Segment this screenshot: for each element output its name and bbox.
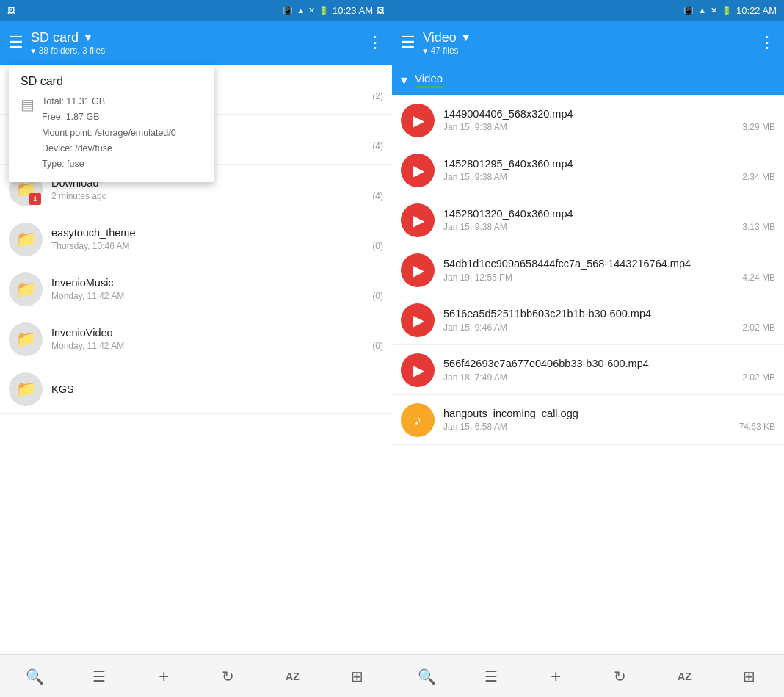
left-dropdown-arrow[interactable]: ▼ xyxy=(83,32,93,43)
folder-icon: 📁 xyxy=(9,372,43,406)
signal-icon: ▲ xyxy=(297,6,305,15)
file-date: Jan 15, 9:38 AM xyxy=(443,172,507,182)
right-title: Video xyxy=(423,30,457,46)
section-chevron-down-icon[interactable]: ▾ xyxy=(401,72,407,88)
file-count: (0) xyxy=(372,291,383,301)
file-meta: Monday, 11:42 AM (0) xyxy=(51,291,383,301)
file-meta: Jan 15, 9:46 AM 2.02 MB xyxy=(443,322,775,333)
video-play-icon: ▶ xyxy=(401,154,435,187)
file-count: (2) xyxy=(372,91,383,101)
list-item[interactable]: ▶ 1449004406_568x320.mp4 Jan 15, 9:38 AM… xyxy=(392,95,784,145)
file-info: InvenioVideo Monday, 11:42 AM (0) xyxy=(51,327,383,351)
right-search-button[interactable]: 🔍 xyxy=(411,660,443,693)
list-item[interactable]: 📁 InvenioVideo Monday, 11:42 AM (0) xyxy=(0,314,392,364)
left-app-bar: ☰ SD card ▼ ♥ 38 folders, 3 files ⋮ xyxy=(0,21,392,65)
list-item[interactable]: ▶ 1452801295_640x360.mp4 Jan 15, 9:38 AM… xyxy=(392,145,784,195)
popup-mount: Mount point: /storage/emulated/0 xyxy=(42,126,176,141)
right-sort-button[interactable]: AZ xyxy=(668,660,700,693)
file-meta: 2 minutes ago (4) xyxy=(51,191,383,201)
sort-az-icon: AZ xyxy=(286,671,300,682)
right-subtitle: ♥ 47 files xyxy=(423,46,752,56)
r-signal-icon: ▲ xyxy=(698,6,706,15)
file-size: 2.02 MB xyxy=(742,322,775,333)
file-info: 5616ea5d52511bb603c21b1b-b30-600.mp4 Jan… xyxy=(443,307,775,333)
vibrate-icon: 📳 xyxy=(283,6,293,15)
left-menu-icon[interactable]: ☰ xyxy=(9,35,23,51)
folder-icon: 📁 xyxy=(9,272,43,306)
file-info: KGS xyxy=(51,383,383,395)
wifi-off-icon: ✕ xyxy=(308,6,315,15)
file-date: 2 minutes ago xyxy=(51,191,106,201)
left-select-button[interactable]: ⊞ xyxy=(341,660,373,693)
left-subtitle: ♥ 38 folders, 3 files xyxy=(31,46,360,56)
right-refresh-button[interactable]: ↻ xyxy=(604,660,636,693)
video-play-icon: ▶ xyxy=(401,303,435,337)
file-info: hangouts_incoming_call.ogg Jan 15, 6:58 … xyxy=(443,408,775,432)
file-date: Jan 15, 9:46 AM xyxy=(443,322,507,333)
left-title-row: SD card ▼ xyxy=(31,30,360,46)
file-date: Jan 18, 7:49 AM xyxy=(443,372,507,383)
file-name: 1449004406_568x320.mp4 xyxy=(443,108,775,120)
left-heart-icon: ♥ xyxy=(31,46,36,55)
right-panel: 📳 ▲ ✕ 🔋 10:22 AM ☰ Video ▼ ♥ 47 files ⋮ … xyxy=(392,0,784,697)
left-search-button[interactable]: 🔍 xyxy=(19,660,51,693)
storage-icon: ▤ xyxy=(21,95,35,113)
left-refresh-button[interactable]: ↻ xyxy=(212,660,244,693)
list-item[interactable]: ▶ 1452801320_640x360.mp4 Jan 15, 9:38 AM… xyxy=(392,195,784,245)
file-date: Thursday, 10:46 AM xyxy=(51,241,130,251)
refresh-icon: ↻ xyxy=(222,668,234,685)
battery-icon: 🔋 xyxy=(319,6,329,15)
select-all-icon: ⊞ xyxy=(743,668,755,685)
file-count: (4) xyxy=(372,191,383,201)
left-more-icon[interactable]: ⋮ xyxy=(367,33,383,52)
file-info: 1449004406_568x320.mp4 Jan 15, 9:38 AM 3… xyxy=(443,108,775,132)
right-select-button[interactable]: ⊞ xyxy=(733,660,765,693)
list-item[interactable]: ▶ 566f42693e7a677e0406bb33-b30-600.mp4 J… xyxy=(392,345,784,395)
popup-free: Free: 1.87 GB xyxy=(42,109,176,125)
file-meta: Thursday, 10:46 AM (0) xyxy=(51,241,383,251)
list-item[interactable]: ♪ hangouts_incoming_call.ogg Jan 15, 6:5… xyxy=(392,395,784,445)
file-meta: Jan 18, 7:49 AM 2.02 MB xyxy=(443,372,775,383)
file-info: easytouch_theme Thursday, 10:46 AM (0) xyxy=(51,227,383,251)
file-count: (0) xyxy=(372,241,383,251)
left-time: 10:23 AM xyxy=(333,5,373,16)
right-list-button[interactable]: ☰ xyxy=(475,660,507,693)
right-file-list: ▶ 1449004406_568x320.mp4 Jan 15, 9:38 AM… xyxy=(392,95,784,654)
right-dropdown-arrow[interactable]: ▼ xyxy=(461,32,471,43)
audio-icon: ♪ xyxy=(401,403,435,437)
file-name: 5616ea5d52511bb603c21b1b-b30-600.mp4 xyxy=(443,307,775,321)
right-menu-icon[interactable]: ☰ xyxy=(401,35,415,51)
list-item[interactable]: 📁 InvenioMusic Monday, 11:42 AM (0) xyxy=(0,264,392,314)
file-name: 54db1d1ec909a658444fcc7a_568-1443216764.… xyxy=(443,257,775,271)
file-name: InvenioMusic xyxy=(51,277,383,289)
video-play-icon: ▶ xyxy=(401,104,435,137)
list-item[interactable]: ▶ 54db1d1ec909a658444fcc7a_568-144321676… xyxy=(392,245,784,295)
file-date: Monday, 11:42 AM xyxy=(51,341,124,351)
list-item[interactable]: 📁 easytouch_theme Thursday, 10:46 AM (0) xyxy=(0,214,392,264)
list-item[interactable]: 📁 KGS xyxy=(0,364,392,414)
file-name: KGS xyxy=(51,383,383,395)
popup-type: Type: fuse xyxy=(42,156,176,172)
left-title-area: SD card ▼ ♥ 38 folders, 3 files xyxy=(31,30,360,56)
left-list-button[interactable]: ☰ xyxy=(83,660,115,693)
right-heart-icon: ♥ xyxy=(423,46,428,55)
left-add-button[interactable]: + xyxy=(148,660,180,693)
file-date: Jan 15, 6:58 AM xyxy=(443,422,507,432)
list-icon: ☰ xyxy=(92,668,106,685)
video-play-icon: ▶ xyxy=(401,253,435,287)
list-icon: ☰ xyxy=(484,668,498,685)
right-more-icon[interactable]: ⋮ xyxy=(759,33,775,52)
folder-icon: 📁 xyxy=(9,223,43,256)
file-info: 566f42693e7a677e0406bb33-b30-600.mp4 Jan… xyxy=(443,357,775,383)
select-all-icon: ⊞ xyxy=(351,668,363,685)
file-meta: Jan 15, 9:38 AM 3.13 MB xyxy=(443,222,775,232)
search-icon: 🔍 xyxy=(418,668,436,685)
file-size: 3.29 MB xyxy=(742,122,775,132)
right-add-button[interactable]: + xyxy=(540,660,572,693)
file-name: easytouch_theme xyxy=(51,227,383,239)
file-size: 74.63 KB xyxy=(739,422,775,432)
list-item[interactable]: ▶ 5616ea5d52511bb603c21b1b-b30-600.mp4 J… xyxy=(392,295,784,345)
search-icon: 🔍 xyxy=(26,668,44,685)
left-sort-button[interactable]: AZ xyxy=(276,660,308,693)
left-bottom-bar: 🔍 ☰ + ↻ AZ ⊞ xyxy=(0,654,392,697)
